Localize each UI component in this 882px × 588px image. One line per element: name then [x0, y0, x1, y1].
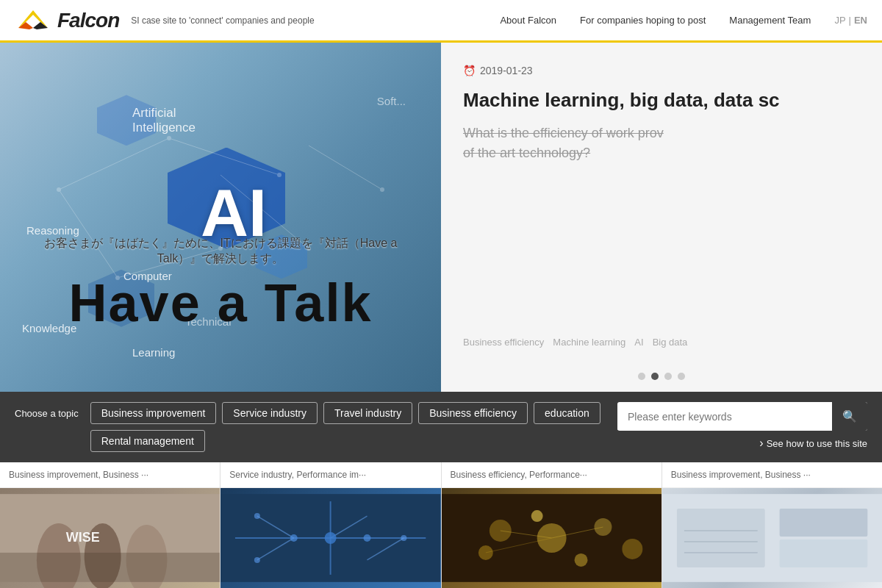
svg-point-29 [325, 532, 337, 544]
carousel-dot-1[interactable] [638, 373, 645, 380]
hero-left-panel: ArtificialIntelligence Soft... Reasoning… [0, 43, 441, 392]
search-box: 🔍 [617, 402, 867, 431]
svg-line-3 [59, 138, 169, 190]
carousel-dot-4[interactable] [678, 373, 685, 380]
svg-line-8 [309, 146, 382, 190]
card-4-image[interactable] [662, 488, 882, 588]
hero-main-title: Have a Talk [22, 273, 419, 333]
svg-text:WISE: WISE [66, 530, 100, 545]
svg-point-31 [364, 534, 371, 542]
svg-rect-49 [779, 539, 867, 567]
ai-word-reasoning: Reasoning [26, 224, 79, 237]
carousel-dot-3[interactable] [664, 373, 672, 380]
card-1-label: Business improvement, Business ··· [0, 462, 220, 488]
tag-ai: AI [634, 337, 643, 348]
topic-tag-business-efficiency[interactable]: Business efficiency [418, 402, 528, 424]
tag-business-efficiency: Business efficiency [463, 337, 544, 348]
topic-tag-rental-management[interactable]: Rental management [90, 430, 205, 452]
card-2: Service industry, Performance im··· [220, 462, 441, 588]
topic-bar-label: Choose a topic [15, 408, 79, 419]
lang-switcher: JP | EN [834, 15, 867, 26]
svg-line-4 [169, 138, 279, 175]
article-desc-line2: of the art technology? [463, 146, 590, 160]
nav-management[interactable]: Management Team [729, 15, 811, 26]
lang-separator: | [849, 15, 851, 26]
svg-point-41 [531, 510, 542, 522]
tag-machine-learning: Machine learning [553, 337, 625, 348]
falcon-logo-icon [15, 7, 51, 34]
tag-big-data: Big data [653, 337, 688, 348]
svg-point-40 [622, 539, 642, 559]
header-nav: About Falcon For companies hoping to pos… [500, 15, 867, 26]
svg-point-32 [254, 513, 260, 519]
topic-tag-travel-industry[interactable]: Travel industry [323, 402, 412, 424]
svg-point-15 [380, 187, 384, 192]
card-1-image[interactable]: WISE [0, 488, 220, 588]
search-area: 🔍 See how to use this site [617, 402, 867, 450]
ai-word-soft: Soft... [377, 95, 406, 107]
ai-word-artificial-intelligence: ArtificialIntelligence [132, 106, 196, 136]
svg-rect-48 [779, 509, 867, 537]
svg-rect-20 [0, 553, 220, 582]
card-3-label: Business efficiency, Performance··· [442, 462, 662, 488]
card-2-label: Service industry, Performance im··· [220, 462, 440, 488]
header-tagline: SI case site to 'connect' companies and … [131, 15, 314, 26]
svg-point-42 [574, 553, 587, 567]
search-button[interactable]: 🔍 [832, 402, 867, 431]
lang-jp[interactable]: JP [834, 15, 845, 26]
article-desc: What is the efficiency of work prov of t… [463, 123, 860, 163]
card-4: Business improvement, Business ··· [662, 462, 882, 588]
topic-bar: Choose a topic Business improvement Serv… [0, 392, 882, 462]
card-3: Business efficiency, Performance··· [442, 462, 662, 588]
article-tags: Business efficiency Machine learning AI … [463, 337, 860, 348]
topic-tag-service-industry[interactable]: Service industry [222, 402, 318, 424]
ai-big-label: AI [201, 176, 267, 251]
hero-right-panel: ⏰ 2019-01-23 Machine learning, big data,… [441, 43, 882, 392]
article-desc-line1: What is the efficiency of work prov [463, 126, 664, 140]
article-date-text: 2019-01-23 [480, 65, 533, 76]
see-how-link[interactable]: See how to use this site [759, 437, 867, 450]
ai-word-learning: Learning [132, 346, 175, 359]
card-4-label: Business improvement, Business ··· [662, 462, 882, 488]
svg-point-34 [401, 535, 407, 541]
article-date: ⏰ 2019-01-23 [463, 65, 860, 76]
logo-area[interactable]: Falcon [15, 7, 119, 34]
main-content: ArtificialIntelligence Soft... Reasoning… [0, 43, 882, 588]
svg-point-39 [478, 545, 492, 560]
card-2-image[interactable] [220, 488, 440, 588]
lang-en[interactable]: EN [854, 15, 867, 26]
site-header: Falcon SI case site to 'connect' compani… [0, 0, 882, 43]
carousel-dots [638, 373, 685, 380]
article-title[interactable]: Machine learning, big data, data sc [463, 88, 860, 113]
svg-point-33 [254, 557, 260, 563]
cards-row: Business improvement, Business ··· WISE … [0, 462, 882, 588]
topic-tags-container: Business improvement Service industry Tr… [90, 402, 606, 452]
svg-point-11 [277, 173, 282, 177]
nav-for-companies[interactable]: For companies hoping to post [580, 15, 706, 26]
svg-point-10 [167, 136, 171, 140]
topic-tag-business-improvement[interactable]: Business improvement [90, 402, 217, 424]
card-3-image[interactable] [442, 488, 662, 588]
nav-about[interactable]: About Falcon [500, 15, 556, 26]
topic-tag-education[interactable]: education [534, 402, 600, 424]
clock-icon: ⏰ [463, 65, 476, 76]
carousel-dot-2[interactable] [651, 373, 659, 380]
svg-point-30 [290, 534, 298, 542]
hero-section: ArtificialIntelligence Soft... Reasoning… [0, 43, 882, 392]
logo-text: Falcon [57, 9, 119, 32]
card-1: Business improvement, Business ··· WISE [0, 462, 220, 588]
svg-point-9 [57, 187, 61, 192]
svg-rect-47 [677, 509, 765, 567]
search-input[interactable] [617, 404, 832, 430]
